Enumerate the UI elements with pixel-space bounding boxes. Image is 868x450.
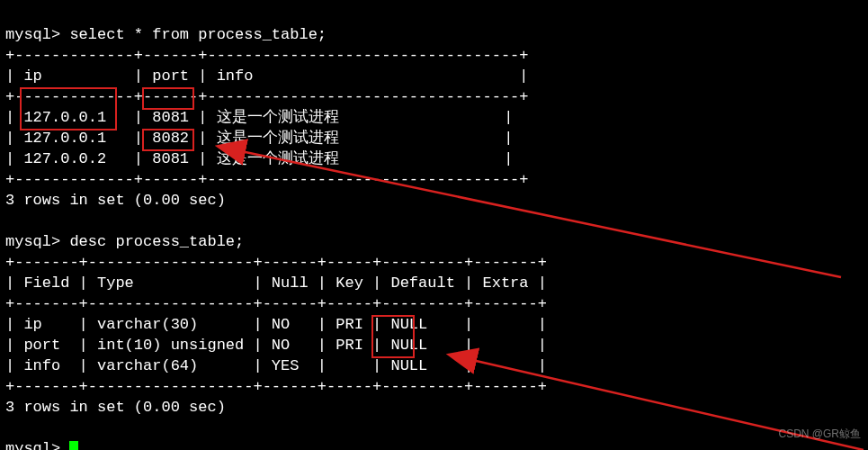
table-border: +-------------+------+------------------… bbox=[5, 88, 529, 105]
status-text: 3 rows in set (0.00 sec) bbox=[5, 399, 226, 416]
terminal-output: mysql> select * from process_table; +---… bbox=[0, 0, 868, 450]
table-row: | info | varchar(64) | YES | | NULL | | bbox=[5, 357, 547, 374]
table-border: +-------+------------------+------+-----… bbox=[5, 378, 547, 395]
status-text: 3 rows in set (0.00 sec) bbox=[5, 192, 226, 209]
prompt: mysql> bbox=[5, 440, 60, 450]
table-border: +-------+------------------+------+-----… bbox=[5, 254, 547, 271]
sql-command: select * from process_table; bbox=[69, 26, 327, 43]
table-row: | 127.0.0.1 | 8081 | 这是一个测试进程 | bbox=[5, 109, 513, 126]
table-row: | 127.0.0.1 | 8082 | 这是一个测试进程 | bbox=[5, 130, 513, 147]
table-border: +-------------+------+------------------… bbox=[5, 171, 529, 188]
sql-command: desc process_table; bbox=[69, 233, 244, 250]
table-header: | ip | port | info | bbox=[5, 68, 529, 85]
watermark: CSDN @GR鲸鱼 bbox=[778, 424, 861, 445]
table-header: | Field | Type | Null | Key | Default | … bbox=[5, 274, 547, 292]
table-row: | ip | varchar(30) | NO | PRI | NULL | | bbox=[5, 316, 547, 333]
prompt: mysql> bbox=[5, 26, 60, 43]
table-row: | port | int(10) unsigned | NO | PRI | N… bbox=[5, 337, 547, 354]
cursor[interactable] bbox=[69, 441, 78, 450]
table-border: +-------+------------------+------+-----… bbox=[5, 295, 547, 312]
table-row: | 127.0.0.2 | 8081 | 这是一个测试进程 | bbox=[5, 150, 513, 167]
prompt: mysql> bbox=[5, 233, 60, 250]
table-border: +-------------+------+------------------… bbox=[5, 47, 529, 64]
